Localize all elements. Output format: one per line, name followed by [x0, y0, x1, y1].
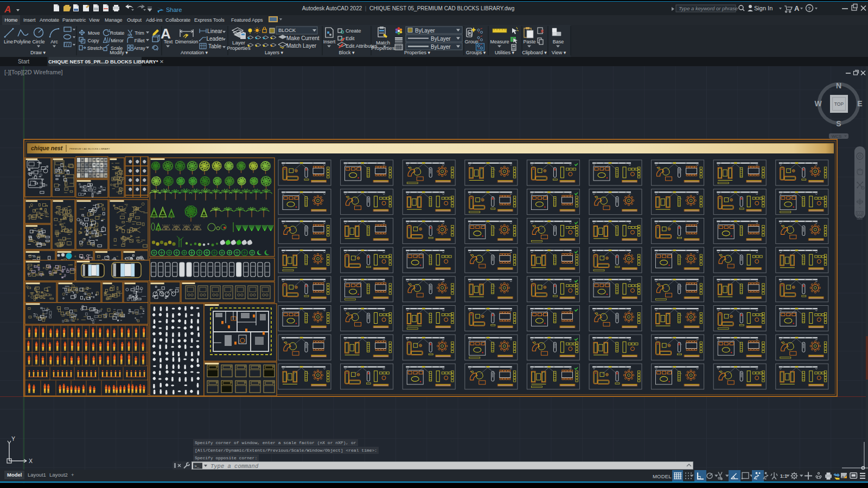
svg-text:E: E — [857, 99, 862, 108]
svg-text:chique nest: chique nest — [31, 145, 63, 151]
svg-text:Y: Y — [11, 435, 15, 442]
svg-text:Circle: Circle — [32, 39, 44, 44]
svg-text:ByLayer: ByLayer — [415, 28, 435, 34]
svg-text:S: S — [836, 119, 841, 128]
svg-text:Paste: Paste — [523, 39, 535, 44]
svg-text:TOP: TOP — [834, 101, 844, 107]
svg-text:ByLayer: ByLayer — [431, 44, 451, 50]
svg-text:Polyline: Polyline — [14, 39, 31, 44]
svg-text:[-][Top][2D Wireframe]: [-][Top][2D Wireframe] — [4, 69, 63, 75]
svg-text:Block ▾: Block ▾ — [339, 50, 355, 55]
svg-text:Line: Line — [4, 39, 13, 44]
svg-text:Copy: Copy — [87, 38, 99, 43]
svg-text:Insert: Insert — [323, 39, 336, 44]
svg-text:Rotate: Rotate — [110, 30, 125, 36]
svg-text:1:1: 1:1 — [780, 473, 787, 479]
svg-text:Properties: Properties — [227, 45, 251, 51]
svg-text:Properties ▾: Properties ▾ — [404, 50, 431, 55]
svg-text:ByLayer: ByLayer — [431, 36, 451, 42]
svg-text:Stretch: Stretch — [87, 46, 103, 51]
svg-text:X: X — [29, 458, 33, 464]
svg-text:>_: >_ — [194, 464, 200, 468]
svg-text:Match Layer: Match Layer — [286, 43, 317, 49]
svg-text:Create: Create — [346, 28, 361, 34]
svg-text:Array: Array — [133, 46, 145, 51]
svg-text:Mirror: Mirror — [111, 38, 124, 43]
svg-text:Leader: Leader — [206, 36, 224, 42]
svg-text:MODEL: MODEL — [653, 473, 672, 479]
svg-text:Measure: Measure — [490, 39, 509, 44]
svg-text:Dimension: Dimension — [175, 39, 199, 44]
svg-text:Text: Text — [164, 39, 173, 44]
svg-text:Sign In: Sign In — [754, 5, 773, 11]
svg-text:Properties: Properties — [371, 45, 395, 51]
svg-text:A: A — [794, 4, 800, 12]
svg-text:WCS: WCS — [832, 134, 842, 139]
svg-text:Table: Table — [208, 43, 221, 49]
svg-text:Make Current: Make Current — [286, 35, 320, 41]
svg-text:Draw ▾: Draw ▾ — [30, 50, 46, 55]
svg-text:?: ? — [808, 6, 810, 11]
svg-text:Scale: Scale — [111, 46, 123, 51]
svg-text:Layers ▾: Layers ▾ — [265, 50, 284, 55]
svg-text:PREMIUM CAD BLOCKS LIBRARY: PREMIUM CAD BLOCKS LIBRARY — [69, 147, 110, 150]
svg-text:W: W — [814, 99, 822, 108]
svg-text:Annotation ▾: Annotation ▾ — [181, 50, 208, 55]
svg-text:Arc: Arc — [50, 39, 58, 44]
svg-text:BLOCK: BLOCK — [278, 27, 296, 33]
svg-text:Base: Base — [553, 39, 564, 44]
svg-text:Move: Move — [88, 30, 100, 36]
svg-text:Type a keyword or phrase: Type a keyword or phrase — [679, 5, 738, 11]
svg-text:N: N — [836, 81, 841, 90]
svg-text:Linear: Linear — [207, 28, 222, 34]
svg-text:Trim: Trim — [135, 30, 144, 36]
svg-text:Type a command: Type a command — [210, 463, 259, 470]
svg-text:View ▾: View ▾ — [552, 50, 566, 55]
svg-text:Clipboard ▾: Clipboard ▾ — [522, 50, 547, 55]
svg-text:Edit: Edit — [346, 35, 355, 41]
svg-text:Fillet: Fillet — [134, 38, 145, 43]
